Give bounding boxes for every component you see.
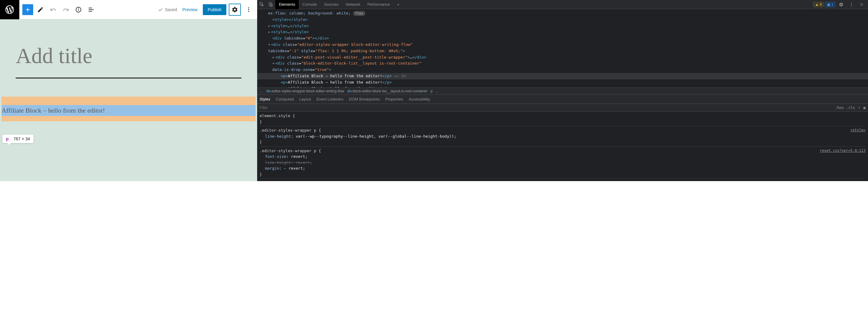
tooltip-dimensions: 767 × 34 — [13, 137, 30, 141]
dom-line[interactable]: <div tabindex="0"></div> — [257, 35, 868, 42]
tooltip-tag: p — [6, 137, 9, 141]
wordpress-editor: Saved Preview Publish Add title p 767 × … — [0, 0, 257, 181]
editor-header: Saved Preview Publish — [0, 0, 257, 19]
styles-pane[interactable]: element.style { } .editor-styles-wrapper… — [257, 112, 868, 181]
svg-point-5 — [248, 11, 249, 12]
css-declaration[interactable]: line-height: var(--wp--typography--line-… — [259, 133, 866, 140]
style-rule[interactable]: .editor-styles-wrapper p { <style> line-… — [259, 127, 866, 147]
svg-point-11 — [851, 5, 852, 6]
tab-overflow[interactable]: » — [394, 0, 403, 9]
subtab-event-listeners[interactable]: Event Listeners — [316, 97, 343, 101]
subtab-layout[interactable]: Layout — [299, 97, 311, 101]
crumb-item[interactable]: div.block-editor-block-list__layout.is-r… — [347, 89, 428, 93]
device-toolbar-icon[interactable] — [266, 0, 275, 9]
editor-canvas[interactable]: Add title p 767 × 34 Affiliate Block – h… — [0, 19, 257, 181]
styles-filter-bar: :hov .cls ＋ ▣ — [257, 104, 868, 112]
svg-point-9 — [851, 3, 852, 4]
devtools-settings-icon[interactable] — [837, 0, 846, 9]
svg-point-2 — [79, 8, 79, 8]
issues-badge[interactable]: ▣ 1 — [825, 2, 835, 7]
inspect-element-icon[interactable] — [257, 0, 266, 9]
crumb-ellipsis[interactable]: … — [259, 89, 263, 93]
cls-toggle[interactable]: .cls — [846, 105, 855, 110]
subtab-accessibility[interactable]: Accessibility — [409, 97, 430, 101]
dom-line[interactable]: data-is-drop-zone="true"> — [257, 67, 868, 73]
rule-selector[interactable]: .editor-styles-wrapper p { — [259, 148, 321, 154]
dom-line-selected[interactable]: <p>Affiliate Block – hello from the edit… — [257, 73, 868, 80]
crumb-item[interactable]: div.editor-styles-wrapper.block-editor-w… — [266, 89, 344, 93]
dom-line[interactable]: ▸<div class="edit-post-visual-editor__po… — [257, 54, 868, 61]
undo-button[interactable] — [48, 4, 59, 15]
rule-selector[interactable]: element.style { — [259, 113, 866, 119]
subtab-dom-breakpoints[interactable]: DOM Breakpoints — [349, 97, 380, 101]
editor-toolbar-right: Saved Preview Publish — [158, 4, 257, 16]
settings-button[interactable] — [229, 4, 241, 16]
add-block-button[interactable] — [22, 4, 33, 15]
redo-button[interactable] — [60, 4, 71, 15]
tab-elements[interactable]: Elements — [275, 0, 299, 9]
preview-button[interactable]: Preview — [179, 5, 200, 14]
toggle-panel-icon[interactable]: ▣ — [864, 105, 866, 110]
style-rule[interactable]: .editor-styles-wrapper p { reset.css?ver… — [259, 148, 866, 179]
rule-selector[interactable]: .editor-styles-wrapper p { — [259, 127, 321, 133]
devtools-panel: Elements Console Sources Network Perform… — [257, 0, 868, 181]
element-inspect-tooltip: p 767 × 34 — [2, 134, 33, 143]
subtab-styles[interactable]: Styles — [259, 97, 270, 101]
css-declaration[interactable]: font-size: revert; — [259, 154, 866, 160]
svg-point-4 — [248, 9, 249, 10]
saved-indicator: Saved — [158, 7, 177, 12]
saved-label: Saved — [165, 7, 177, 12]
edit-tool-button[interactable] — [35, 4, 46, 15]
dom-line[interactable]: ▾<div class="editor-styles-wrapper block… — [257, 42, 868, 48]
post-title-input[interactable]: Add title — [0, 19, 257, 78]
css-declaration[interactable]: margin: ▸ revert; — [259, 165, 866, 172]
warnings-badge[interactable]: ▲ 4 — [813, 2, 824, 7]
dom-line[interactable]: <style></style> — [257, 17, 868, 23]
outline-button[interactable] — [86, 4, 97, 15]
devtools-tabbar: Elements Console Sources Network Perform… — [257, 0, 868, 9]
wordpress-logo[interactable] — [0, 0, 19, 19]
crumb-item[interactable]: p — [430, 89, 433, 93]
devtools-close-icon[interactable] — [857, 0, 866, 9]
svg-point-3 — [248, 7, 249, 8]
css-declaration-overridden[interactable]: line-height: revert; — [259, 160, 866, 166]
rule-source-link[interactable]: reset.css?ver=5.8:113 — [820, 148, 866, 154]
block-margin-highlight-bottom — [1, 116, 256, 121]
tab-network[interactable]: Network — [342, 0, 364, 9]
svg-point-10 — [851, 4, 852, 5]
crumb-ellipsis-end[interactable]: … — [435, 89, 439, 93]
dom-line[interactable]: <p>Affiliate Block – hello from the edit… — [257, 80, 868, 86]
dom-line[interactable]: ▸<style>…</style> — [257, 29, 868, 35]
dom-line[interactable]: ▸<style>…</style> — [257, 23, 868, 29]
tab-sources[interactable]: Sources — [320, 0, 342, 9]
affiliate-block-highlighted[interactable]: Affiliate Block – hello from the editor! — [1, 105, 256, 116]
tab-performance[interactable]: Performance — [364, 0, 393, 9]
title-separator — [16, 78, 242, 79]
hov-toggle[interactable]: :hov — [835, 105, 844, 110]
subtab-computed[interactable]: Computed — [276, 97, 294, 101]
more-menu-button[interactable] — [243, 4, 254, 15]
styles-tabbar: Styles Computed Layout Event Listeners D… — [257, 95, 868, 104]
dom-line[interactable]: tabindex="-1" style="flex: 1 1 0%; paddi… — [257, 48, 868, 54]
subtab-properties[interactable]: Properties — [385, 97, 403, 101]
breadcrumb-bar[interactable]: … div.editor-styles-wrapper.block-editor… — [257, 88, 868, 95]
styles-filter-input[interactable] — [259, 105, 835, 110]
rule-source-link[interactable]: <style> — [850, 127, 866, 133]
dom-line[interactable]: ▾<div class="block-editor-block-list__la… — [257, 60, 868, 67]
add-rule-icon[interactable]: ＋ — [858, 105, 861, 110]
editor-toolbar-left — [19, 4, 158, 15]
tab-console[interactable]: Console — [299, 0, 320, 9]
dom-tree[interactable]: ex-flow: column; background: white; flex… — [257, 9, 868, 88]
dom-line[interactable]: ex-flow: column; background: white; flex — [257, 10, 868, 17]
info-button[interactable] — [73, 4, 84, 15]
devtools-menu-icon[interactable] — [847, 0, 856, 9]
style-rule[interactable]: element.style { } — [259, 113, 866, 126]
block-margin-highlight-top — [1, 97, 256, 105]
publish-button[interactable]: Publish — [203, 4, 226, 15]
